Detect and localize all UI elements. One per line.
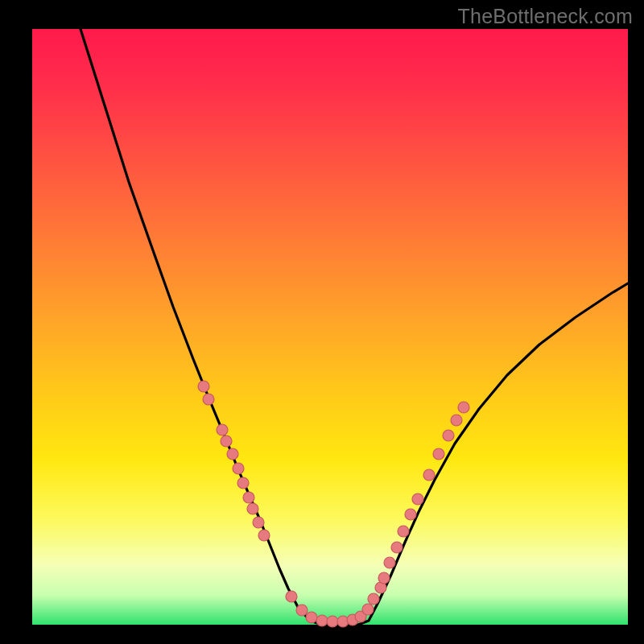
data-point bbox=[384, 557, 395, 568]
data-point bbox=[412, 493, 423, 505]
data-point bbox=[217, 424, 228, 436]
bottleneck-curve bbox=[80, 29, 628, 625]
data-point bbox=[368, 593, 379, 605]
data-point bbox=[233, 463, 244, 474]
data-point bbox=[247, 503, 258, 514]
chart-frame: TheBottleneck.com bbox=[0, 0, 644, 644]
data-dots bbox=[198, 381, 469, 627]
watermark-text: TheBottleneck.com bbox=[458, 5, 633, 28]
data-point bbox=[316, 615, 328, 626]
data-point bbox=[362, 604, 374, 615]
data-point bbox=[433, 448, 444, 460]
data-point bbox=[198, 381, 209, 392]
data-point bbox=[258, 530, 270, 541]
data-point bbox=[443, 430, 454, 441]
data-point bbox=[253, 517, 264, 528]
data-point bbox=[306, 612, 317, 623]
plot-area bbox=[32, 29, 628, 625]
data-point bbox=[221, 436, 232, 447]
data-point bbox=[286, 591, 297, 602]
data-point bbox=[237, 477, 249, 489]
data-point bbox=[458, 402, 469, 413]
data-point bbox=[405, 509, 416, 520]
data-point bbox=[423, 469, 435, 481]
data-point bbox=[398, 526, 409, 537]
data-point bbox=[203, 394, 214, 405]
data-point bbox=[227, 448, 238, 460]
data-point bbox=[296, 605, 308, 616]
chart-svg bbox=[32, 29, 628, 625]
data-point bbox=[391, 542, 402, 553]
data-point bbox=[451, 415, 462, 426]
data-point bbox=[327, 616, 338, 627]
data-point bbox=[378, 572, 390, 584]
data-point bbox=[243, 492, 254, 503]
